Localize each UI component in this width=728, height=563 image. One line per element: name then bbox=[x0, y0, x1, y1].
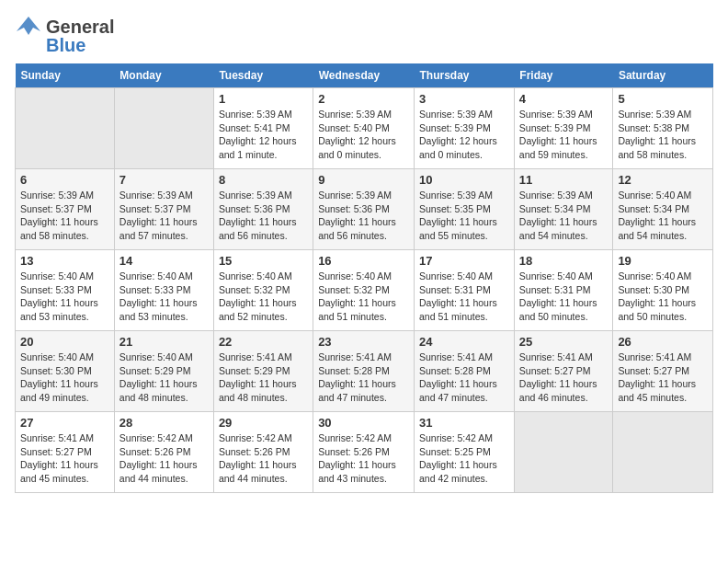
sunrise-text: Sunrise: 5:39 AM bbox=[419, 109, 493, 120]
page-header: General Blue bbox=[15, 15, 713, 56]
cell-content: Sunrise: 5:39 AMSunset: 5:37 PMDaylight:… bbox=[119, 189, 209, 243]
sunset-text: Sunset: 5:31 PM bbox=[519, 284, 591, 295]
sunrise-text: Sunrise: 5:39 AM bbox=[419, 190, 493, 201]
week-row-4: 20Sunrise: 5:40 AMSunset: 5:30 PMDayligh… bbox=[16, 331, 713, 412]
sunset-text: Sunset: 5:34 PM bbox=[618, 203, 689, 214]
cell-content: Sunrise: 5:39 AMSunset: 5:41 PMDaylight:… bbox=[219, 108, 308, 162]
header-thursday: Thursday bbox=[415, 63, 515, 88]
continuation-text: and 54 minutes. bbox=[618, 230, 687, 241]
svg-marker-0 bbox=[17, 17, 40, 35]
calendar-cell bbox=[514, 412, 613, 493]
calendar-cell: 4Sunrise: 5:39 AMSunset: 5:39 PMDaylight… bbox=[514, 88, 613, 169]
daylight-hours: Daylight: 11 hours bbox=[219, 378, 297, 389]
day-number: 11 bbox=[519, 173, 609, 187]
continuation-text: and 45 minutes. bbox=[20, 473, 89, 484]
sunrise-text: Sunrise: 5:41 AM bbox=[20, 432, 94, 443]
calendar-cell: 10Sunrise: 5:39 AMSunset: 5:35 PMDayligh… bbox=[415, 169, 515, 250]
day-number: 12 bbox=[618, 173, 708, 187]
sunset-text: Sunset: 5:32 PM bbox=[219, 284, 290, 295]
cell-content: Sunrise: 5:39 AMSunset: 5:35 PMDaylight:… bbox=[419, 189, 509, 243]
logo-bird-icon bbox=[15, 15, 42, 39]
calendar-cell: 7Sunrise: 5:39 AMSunset: 5:37 PMDaylight… bbox=[114, 169, 213, 250]
continuation-text: and 47 minutes. bbox=[419, 392, 488, 403]
day-number: 26 bbox=[618, 335, 708, 349]
sunset-text: Sunset: 5:33 PM bbox=[119, 284, 191, 295]
continuation-text: and 42 minutes. bbox=[419, 473, 488, 484]
cell-content: Sunrise: 5:41 AMSunset: 5:27 PMDaylight:… bbox=[618, 350, 708, 405]
sunset-text: Sunset: 5:27 PM bbox=[618, 365, 689, 376]
day-number: 3 bbox=[419, 92, 509, 106]
sunrise-text: Sunrise: 5:40 AM bbox=[519, 270, 593, 282]
sunrise-text: Sunrise: 5:40 AM bbox=[219, 270, 292, 282]
continuation-text: and 48 minutes. bbox=[119, 392, 188, 403]
continuation-text: and 58 minutes. bbox=[618, 149, 687, 160]
daylight-hours: Daylight: 11 hours bbox=[419, 459, 497, 470]
day-number: 5 bbox=[618, 92, 708, 106]
continuation-text: and 50 minutes. bbox=[519, 311, 588, 322]
sunset-text: Sunset: 5:26 PM bbox=[219, 446, 290, 457]
cell-content: Sunrise: 5:40 AMSunset: 5:31 PMDaylight:… bbox=[519, 270, 609, 324]
sunrise-text: Sunrise: 5:42 AM bbox=[419, 432, 493, 443]
cell-content: Sunrise: 5:39 AMSunset: 5:39 PMDaylight:… bbox=[519, 108, 609, 162]
sunset-text: Sunset: 5:33 PM bbox=[20, 284, 92, 295]
calendar-cell: 27Sunrise: 5:41 AMSunset: 5:27 PMDayligh… bbox=[16, 412, 115, 493]
sunrise-text: Sunrise: 5:40 AM bbox=[20, 270, 94, 282]
daylight-hours: Daylight: 11 hours bbox=[419, 216, 497, 227]
daylight-hours: Daylight: 11 hours bbox=[20, 297, 98, 308]
continuation-text: and 56 minutes. bbox=[219, 230, 288, 241]
sunrise-text: Sunrise: 5:41 AM bbox=[519, 351, 593, 362]
continuation-text: and 0 minutes. bbox=[318, 149, 381, 160]
sunrise-text: Sunrise: 5:40 AM bbox=[618, 190, 691, 201]
sunrise-text: Sunrise: 5:40 AM bbox=[119, 351, 193, 362]
sunset-text: Sunset: 5:29 PM bbox=[219, 365, 290, 376]
sunset-text: Sunset: 5:39 PM bbox=[519, 122, 591, 133]
sunrise-text: Sunrise: 5:40 AM bbox=[119, 270, 193, 282]
sunrise-text: Sunrise: 5:39 AM bbox=[119, 190, 193, 201]
logo-blue-text: Blue bbox=[46, 35, 85, 56]
cell-content: Sunrise: 5:41 AMSunset: 5:28 PMDaylight:… bbox=[419, 350, 509, 405]
calendar-cell: 17Sunrise: 5:40 AMSunset: 5:31 PMDayligh… bbox=[415, 250, 515, 331]
sunrise-text: Sunrise: 5:40 AM bbox=[618, 270, 691, 282]
sunset-text: Sunset: 5:28 PM bbox=[318, 365, 390, 376]
cell-content: Sunrise: 5:42 AMSunset: 5:25 PMDaylight:… bbox=[419, 431, 509, 486]
daylight-hours: Daylight: 11 hours bbox=[20, 459, 98, 470]
daylight-hours: Daylight: 11 hours bbox=[119, 459, 198, 470]
continuation-text: and 1 minute. bbox=[219, 149, 278, 160]
cell-content: Sunrise: 5:41 AMSunset: 5:27 PMDaylight:… bbox=[519, 350, 609, 405]
daylight-hours: Daylight: 12 hours bbox=[419, 135, 497, 146]
cell-content: Sunrise: 5:39 AMSunset: 5:40 PMDaylight:… bbox=[318, 108, 409, 162]
day-number: 6 bbox=[20, 173, 109, 187]
sunrise-text: Sunrise: 5:41 AM bbox=[419, 351, 493, 362]
cell-content: Sunrise: 5:40 AMSunset: 5:31 PMDaylight:… bbox=[419, 270, 509, 324]
sunrise-text: Sunrise: 5:39 AM bbox=[618, 109, 691, 120]
day-number: 31 bbox=[419, 416, 509, 430]
sunset-text: Sunset: 5:37 PM bbox=[119, 203, 191, 214]
sunset-text: Sunset: 5:28 PM bbox=[419, 365, 491, 376]
week-row-3: 13Sunrise: 5:40 AMSunset: 5:33 PMDayligh… bbox=[16, 250, 713, 331]
sunset-text: Sunset: 5:35 PM bbox=[419, 203, 491, 214]
daylight-hours: Daylight: 11 hours bbox=[20, 216, 98, 227]
calendar-cell bbox=[613, 412, 713, 493]
calendar-cell: 9Sunrise: 5:39 AMSunset: 5:36 PMDaylight… bbox=[313, 169, 415, 250]
sunrise-text: Sunrise: 5:42 AM bbox=[119, 432, 193, 443]
cell-content: Sunrise: 5:40 AMSunset: 5:30 PMDaylight:… bbox=[618, 270, 708, 324]
calendar-cell: 3Sunrise: 5:39 AMSunset: 5:39 PMDaylight… bbox=[415, 88, 515, 169]
calendar-cell: 20Sunrise: 5:40 AMSunset: 5:30 PMDayligh… bbox=[16, 331, 115, 412]
day-number: 4 bbox=[519, 92, 609, 106]
cell-content: Sunrise: 5:40 AMSunset: 5:34 PMDaylight:… bbox=[618, 189, 708, 243]
cell-content: Sunrise: 5:39 AMSunset: 5:39 PMDaylight:… bbox=[419, 108, 509, 162]
daylight-hours: Daylight: 12 hours bbox=[318, 135, 396, 146]
sunset-text: Sunset: 5:27 PM bbox=[20, 446, 92, 457]
sunrise-text: Sunrise: 5:42 AM bbox=[219, 432, 292, 443]
sunset-text: Sunset: 5:30 PM bbox=[618, 284, 689, 295]
calendar-cell: 1Sunrise: 5:39 AMSunset: 5:41 PMDaylight… bbox=[213, 88, 313, 169]
calendar-cell: 19Sunrise: 5:40 AMSunset: 5:30 PMDayligh… bbox=[613, 250, 713, 331]
calendar-cell: 12Sunrise: 5:40 AMSunset: 5:34 PMDayligh… bbox=[613, 169, 713, 250]
sunset-text: Sunset: 5:36 PM bbox=[219, 203, 290, 214]
continuation-text: and 43 minutes. bbox=[318, 473, 387, 484]
continuation-text: and 52 minutes. bbox=[219, 311, 288, 322]
calendar-cell: 24Sunrise: 5:41 AMSunset: 5:28 PMDayligh… bbox=[415, 331, 515, 412]
cell-content: Sunrise: 5:40 AMSunset: 5:33 PMDaylight:… bbox=[20, 270, 109, 324]
sunset-text: Sunset: 5:41 PM bbox=[219, 122, 290, 133]
continuation-text: and 49 minutes. bbox=[20, 392, 89, 403]
